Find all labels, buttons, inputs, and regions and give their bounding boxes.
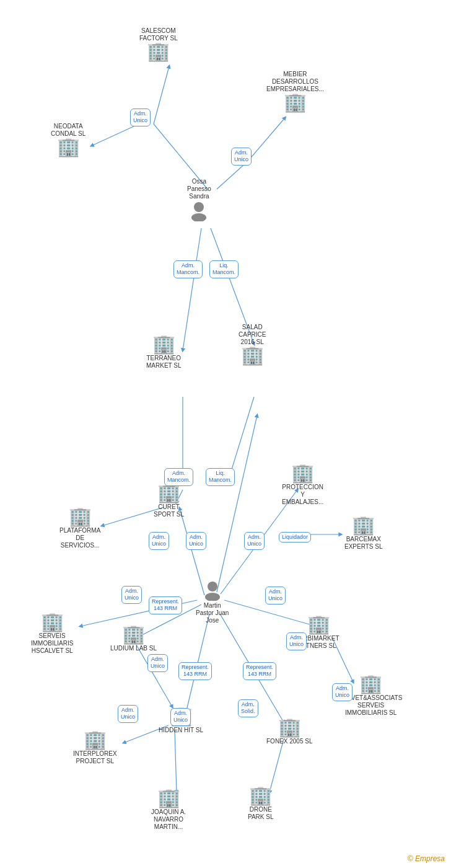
node-ludium: 🏢 LUDIUM LAB SL: [110, 625, 157, 652]
building-icon-proteccion: 🏢: [291, 464, 314, 482]
svg-point-27: [208, 582, 217, 591]
svg-line-5: [183, 228, 201, 350]
building-icon-fonex: 🏢: [278, 718, 301, 737]
building-icon-interplorex: 🏢: [84, 730, 107, 749]
badge-adm-unico-18[interactable]: Adm.Unico: [118, 705, 138, 723]
svg-point-26: [191, 213, 206, 221]
diagram-container: SALESCOM FACTORY SL 🏢 MEBIER DESARROLLOS…: [0, 0, 451, 868]
building-icon-plataforma: 🏢: [69, 507, 92, 526]
badge-adm-unico-21[interactable]: Adm.Unico: [332, 683, 352, 701]
node-fonex: 🏢 FONEX 2005 SL: [266, 718, 312, 745]
badge-represent-1[interactable]: Represent.143 RRM: [149, 596, 182, 614]
badge-liq-mancom-1[interactable]: Liq.Mancom.: [209, 260, 239, 278]
badge-adm-unico-11[interactable]: Adm.Unico: [121, 586, 142, 604]
badge-adm-unico-19[interactable]: Adm.Unico: [170, 708, 191, 726]
building-icon-serveis: 🏢: [41, 613, 64, 631]
badge-adm-unico-9[interactable]: Adm.Unico: [244, 532, 265, 550]
node-drone: 🏢 DRONE PARK SL: [248, 786, 274, 821]
badge-adm-unico-8[interactable]: Adm.Unico: [186, 532, 206, 550]
node-neodata: NEODATA CONDAL SL 🏢: [51, 122, 85, 156]
svg-line-9: [229, 397, 254, 477]
badge-adm-solid[interactable]: Adm.Solid.: [238, 699, 258, 717]
badge-liq-mancom-2[interactable]: Liq.Mancom.: [206, 468, 235, 486]
badge-adm-unico-14[interactable]: Adm.Unico: [286, 632, 307, 650]
svg-line-22: [175, 730, 177, 792]
node-joaquin: 🏢 JOAQUIN A. NAVARRO MARTIN...: [151, 789, 186, 831]
building-icon-curet: 🏢: [157, 484, 180, 502]
node-salad: SALAD CAPRICE 2016 SL 🏢: [239, 322, 266, 365]
node-barcemax: 🏢 BARCEMAX EXPERTS SL: [344, 516, 383, 551]
badge-adm-unico-2[interactable]: Adm.Unico: [231, 148, 252, 166]
badge-adm-unico-7[interactable]: Adm.Unico: [149, 532, 169, 550]
building-icon-drone: 🏢: [249, 786, 272, 805]
building-icon-urbimarket: 🏢: [307, 615, 330, 634]
svg-line-2: [217, 161, 248, 189]
svg-line-3: [248, 118, 285, 161]
badge-represent-2[interactable]: Represent.143 RRM: [178, 662, 212, 680]
building-icon-ludium: 🏢: [122, 625, 145, 644]
building-icon-terraneo: 🏢: [152, 335, 175, 353]
badge-adm-mancom-2[interactable]: Adm.Mancom.: [164, 468, 193, 486]
building-icon-neodata: 🏢: [57, 138, 80, 156]
building-icon-barcemax: 🏢: [352, 516, 375, 534]
node-salescom: SALESCOM FACTORY SL 🏢: [139, 26, 178, 61]
building-icon-salescom: 🏢: [147, 42, 170, 61]
badge-adm-unico-1[interactable]: Adm.Unico: [130, 108, 151, 126]
badge-adm-unico-13[interactable]: Adm.Unico: [265, 587, 286, 604]
badge-adm-mancom-1[interactable]: Adm.Mancom.: [173, 260, 203, 278]
svg-line-11: [217, 415, 257, 592]
svg-point-28: [205, 593, 220, 601]
node-curet: 🏢 CURET SPORT SL: [154, 484, 184, 518]
node-serveis: 🏢 SERVEIS IMMOBILIARIS HSCALVET SL: [31, 613, 73, 655]
node-martin: Martin Pastor Juan Jose: [196, 580, 229, 624]
node-proteccion: 🏢 PROTECCION Y EMBALAJES...: [282, 464, 323, 506]
building-icon-salad: 🏢: [241, 346, 264, 365]
person-icon-ossa: [188, 200, 209, 221]
svg-line-1: [154, 66, 169, 124]
badge-liquidador[interactable]: Liquidador: [279, 532, 311, 542]
svg-point-25: [194, 202, 204, 212]
building-icon-joaquin: 🏢: [157, 789, 180, 807]
node-interplorex: 🏢 INTERPLOREX PROJECT SL: [73, 730, 117, 765]
node-mebier: MEBIER DESARROLLOS EMPRESARIALES... 🏢: [266, 69, 324, 112]
badge-adm-unico-15[interactable]: Adm.Unico: [147, 654, 168, 672]
person-icon-martin: [202, 580, 223, 601]
watermark: © Empresa: [408, 854, 445, 863]
node-ossa: Ossa Panesso Sandra: [187, 177, 211, 221]
node-terraneo: 🏢 TERRANEO MARKET SL: [146, 335, 182, 370]
node-plataforma: 🏢 PLATAFORMA DE SERVICIOS...: [59, 507, 100, 549]
building-icon-mebier: 🏢: [284, 93, 307, 112]
building-icon-calvet: 🏢: [359, 675, 382, 693]
badge-represent-3[interactable]: Represent.143 RRM: [243, 662, 276, 680]
